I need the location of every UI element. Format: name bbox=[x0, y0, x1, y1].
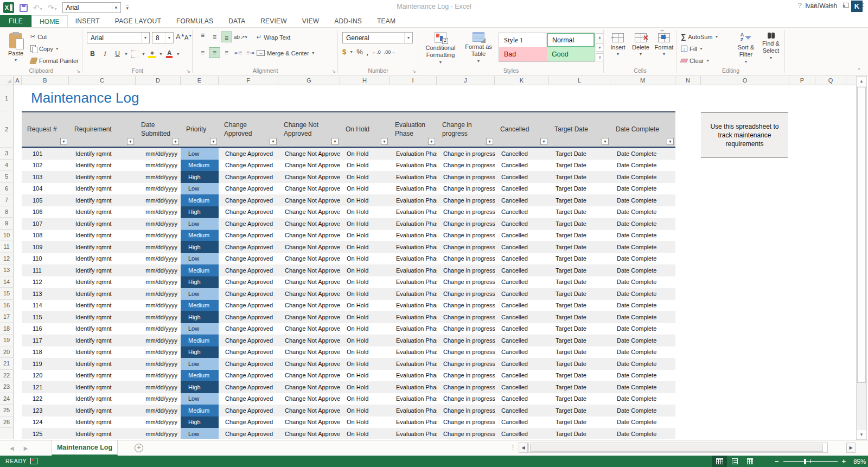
row-header-14[interactable]: 14 bbox=[0, 276, 14, 288]
avatar[interactable]: K bbox=[851, 1, 863, 12]
decrease-font-size-icon[interactable]: A▼ bbox=[184, 34, 192, 41]
dialog-launcher-icon[interactable]: ↘ bbox=[76, 68, 80, 74]
column-header-G[interactable]: G bbox=[278, 76, 340, 85]
collapse-ribbon-icon[interactable]: ⌃ bbox=[857, 67, 861, 73]
zoom-slider[interactable] bbox=[783, 456, 838, 467]
clear-button[interactable]: Clear▼ bbox=[681, 56, 718, 65]
align-middle-icon[interactable]: ≡ bbox=[209, 31, 220, 42]
tab-home[interactable]: HOME bbox=[31, 15, 68, 27]
row-header-10[interactable]: 10 bbox=[0, 230, 14, 242]
gallery-down-icon[interactable]: ▼ bbox=[596, 43, 604, 52]
column-header-C[interactable]: C bbox=[69, 76, 136, 85]
filter-dropdown-icon[interactable]: ▼ bbox=[540, 138, 547, 145]
filter-dropdown-icon[interactable]: ▼ bbox=[381, 138, 388, 145]
row-header-21[interactable]: 21 bbox=[0, 358, 14, 370]
bold-icon[interactable]: B bbox=[87, 48, 98, 59]
sheet-nav-right-icon[interactable]: ▶ bbox=[24, 445, 28, 451]
filter-dropdown-icon[interactable]: ▼ bbox=[172, 138, 179, 145]
row-header-5[interactable]: 5 bbox=[0, 171, 14, 183]
filter-dropdown-icon[interactable]: ▼ bbox=[127, 138, 134, 145]
format-as-table-button[interactable]: Format as Table ▼ bbox=[462, 30, 495, 64]
row-header-4[interactable]: 4 bbox=[0, 160, 14, 172]
column-header-E[interactable]: E bbox=[181, 76, 219, 85]
paste-button[interactable]: Paste ▼ bbox=[4, 31, 27, 62]
zoom-out-icon[interactable]: − bbox=[775, 457, 779, 465]
row-header-24[interactable]: 24 bbox=[0, 393, 14, 405]
tab-insert[interactable]: INSERT bbox=[68, 15, 107, 27]
fill-button[interactable]: ↓Fill▼ bbox=[681, 44, 718, 53]
increase-indent-icon[interactable]: ≡⇥ bbox=[245, 47, 256, 58]
column-header-B[interactable]: B bbox=[22, 76, 69, 85]
hscroll-right-icon[interactable]: ▶ bbox=[846, 443, 856, 453]
row-header-16[interactable]: 16 bbox=[0, 300, 14, 312]
sort-filter-button[interactable]: AZ Sort & Filter▼ bbox=[734, 30, 758, 65]
format-cells-button[interactable]: ↔ Format▼ bbox=[653, 31, 675, 56]
column-header-M[interactable]: M bbox=[610, 76, 675, 85]
normal-view-button[interactable] bbox=[712, 456, 727, 467]
column-header-K[interactable]: K bbox=[495, 76, 549, 85]
wrap-text-button[interactable]: ↵ Wrap Text bbox=[257, 33, 290, 42]
autosum-button[interactable]: ∑AutoSum▼ bbox=[681, 32, 718, 41]
tab-splitter-icon[interactable]: ⋮ bbox=[510, 444, 516, 451]
row-header-23[interactable]: 23 bbox=[0, 381, 14, 393]
filter-dropdown-icon[interactable]: ▼ bbox=[60, 138, 67, 145]
row-header-3[interactable]: 3 bbox=[0, 148, 14, 160]
style-normal[interactable]: Normal bbox=[547, 33, 595, 47]
filter-dropdown-icon[interactable]: ▼ bbox=[270, 138, 277, 145]
help-icon[interactable]: ? bbox=[798, 1, 802, 9]
tab-add-ins[interactable]: ADD-INS bbox=[327, 15, 369, 27]
accounting-format-icon[interactable]: $ bbox=[342, 48, 346, 56]
dialog-launcher-icon[interactable]: ↘ bbox=[186, 68, 190, 74]
align-left-icon[interactable]: ≡ bbox=[197, 47, 208, 58]
tab-review[interactable]: REVIEW bbox=[253, 15, 295, 27]
style-bad[interactable]: Bad bbox=[499, 47, 547, 61]
tab-page-layout[interactable]: PAGE LAYOUT bbox=[107, 15, 169, 27]
align-top-icon[interactable]: ≡ bbox=[197, 31, 208, 42]
format-painter-button[interactable]: Format Painter bbox=[30, 56, 79, 65]
row-header-19[interactable]: 19 bbox=[0, 335, 14, 346]
merge-center-button[interactable]: ↔ Merge & Center ▼ bbox=[257, 48, 315, 58]
dialog-launcher-icon[interactable]: ↘ bbox=[412, 68, 416, 74]
column-header-F[interactable]: F bbox=[219, 76, 278, 85]
row-header-20[interactable]: 20 bbox=[0, 346, 14, 358]
gallery-more-icon[interactable]: ⊽ bbox=[596, 53, 604, 61]
row-header-12[interactable]: 12 bbox=[0, 253, 14, 265]
account-area[interactable]: Ivan Walsh ▼ K bbox=[805, 0, 863, 12]
row-header-15[interactable]: 15 bbox=[0, 288, 14, 300]
column-header-O[interactable]: O bbox=[701, 76, 789, 85]
column-header-A[interactable]: A bbox=[14, 76, 22, 85]
underline-icon[interactable]: U bbox=[112, 48, 123, 59]
row-header-26[interactable]: 26 bbox=[0, 416, 14, 428]
italic-icon[interactable]: I bbox=[99, 48, 111, 59]
zoom-in-icon[interactable]: + bbox=[842, 457, 846, 465]
column-header-L[interactable]: L bbox=[549, 76, 610, 85]
copy-button[interactable]: Copy▼ bbox=[30, 44, 79, 53]
increase-font-size-icon[interactable]: A▲ bbox=[176, 33, 185, 41]
filter-dropdown-icon[interactable]: ▼ bbox=[331, 138, 339, 145]
row-header-27[interactable] bbox=[0, 428, 14, 439]
fill-color-icon[interactable]: ◆ bbox=[146, 48, 158, 59]
percent-style-icon[interactable]: % bbox=[356, 48, 363, 56]
select-all-corner[interactable] bbox=[0, 76, 14, 85]
filter-dropdown-icon[interactable]: ▼ bbox=[667, 138, 674, 145]
row-header-2[interactable]: 2 bbox=[0, 111, 14, 148]
sheet-nav-left-icon[interactable]: ◀ bbox=[10, 445, 14, 451]
row-header-13[interactable]: 13 bbox=[0, 264, 14, 276]
row-header-11[interactable]: 11 bbox=[0, 241, 14, 253]
font-color-icon[interactable]: A bbox=[164, 48, 175, 59]
comma-style-icon[interactable]: , bbox=[366, 49, 368, 55]
decrease-decimal-icon[interactable]: .00→ bbox=[384, 49, 396, 55]
sheet-tab-maintenance-log[interactable]: Maintenance Log bbox=[52, 440, 118, 456]
tab-data[interactable]: DATA bbox=[221, 15, 253, 27]
row-header-25[interactable]: 25 bbox=[0, 405, 14, 416]
column-header-Q[interactable]: Q bbox=[815, 76, 846, 85]
find-select-button[interactable]: Find & Select▼ bbox=[759, 30, 783, 61]
hscroll-left-icon[interactable]: ◀ bbox=[519, 443, 528, 453]
font-size-box[interactable]: 8▼ bbox=[152, 32, 174, 43]
filter-dropdown-icon[interactable]: ▼ bbox=[428, 138, 435, 145]
vertical-scrollbar[interactable]: ▲ ▼ bbox=[856, 76, 867, 440]
number-format-box[interactable]: General▼ bbox=[342, 32, 413, 43]
row-header-1[interactable]: 1 bbox=[0, 85, 14, 111]
column-header-J[interactable]: J bbox=[437, 76, 495, 85]
tab-formulas[interactable]: FORMULAS bbox=[169, 15, 221, 27]
